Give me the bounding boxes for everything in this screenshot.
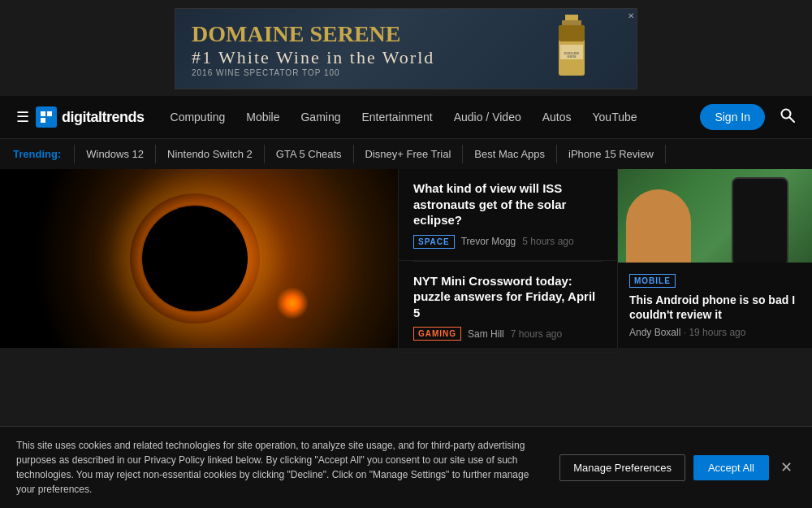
- trending-label: Trending:: [13, 148, 61, 160]
- ad-content[interactable]: DOMAINE SERENE #1 White Wine in the Worl…: [175, 8, 637, 89]
- right-article-image: [618, 169, 812, 263]
- nav-item-audio-video[interactable]: Audio / Video: [444, 104, 531, 130]
- corona-light: [276, 287, 309, 319]
- article-title-0: What kind of view will ISS astronauts ge…: [413, 180, 603, 228]
- article-tag-1: GAMING: [413, 327, 461, 341]
- nav-item-youtube[interactable]: YouTube: [583, 104, 647, 130]
- wine-bottle-image: DOMAINE SERENE: [547, 15, 596, 84]
- nav-item-autos[interactable]: Autos: [533, 104, 581, 130]
- ad-text: DOMAINE SERENE #1 White Wine in the Worl…: [192, 21, 434, 77]
- featured-image[interactable]: [0, 169, 398, 348]
- trending-disney-free-trial[interactable]: Disney+ Free Trial: [354, 145, 464, 163]
- right-article-meta: Andy Boxall · 19 hours ago: [629, 327, 801, 338]
- svg-rect-8: [47, 111, 52, 116]
- manage-preferences-button[interactable]: Manage Preferences: [559, 454, 685, 481]
- nav-item-gaming[interactable]: Gaming: [291, 104, 350, 130]
- trending-bar: Trending: Windows 12 Nintendo Switch 2 G…: [0, 138, 812, 169]
- article-item-1[interactable]: NYT Mini Crossword today: puzzle answers…: [399, 262, 617, 354]
- ad-sub: 2016 WINE SPECTATOR TOP 100: [192, 68, 434, 77]
- article-meta-0: SPACE Trevor Mogg 5 hours ago: [413, 235, 603, 249]
- accept-all-button[interactable]: Accept All: [693, 455, 769, 480]
- svg-rect-1: [562, 20, 581, 25]
- nav-links: Computing Mobile Gaming Entertainment Au…: [161, 104, 701, 130]
- cookie-description: This site uses cookies and related techn…: [16, 440, 529, 495]
- cookie-banner: This site uses cookies and related techn…: [0, 426, 812, 508]
- hand-shape: [626, 189, 691, 263]
- hamburger-menu-icon[interactable]: ☰: [10, 102, 36, 132]
- trending-links: Windows 12 Nintendo Switch 2 GTA 5 Cheat…: [74, 145, 666, 163]
- logo[interactable]: digitaltrends: [36, 106, 145, 128]
- right-panel: MOBILE This Android phone is so bad I co…: [617, 169, 812, 348]
- right-article-tag: MOBILE: [629, 274, 676, 288]
- main-content: What kind of view will ISS astronauts ge…: [0, 169, 812, 348]
- trending-windows-12[interactable]: Windows 12: [74, 145, 156, 163]
- phone-shape: [732, 177, 788, 263]
- search-icon[interactable]: [773, 104, 802, 131]
- ad-banner: DOMAINE SERENE #1 White Wine in the Worl…: [0, 0, 812, 96]
- articles-panel: What kind of view will ISS astronauts ge…: [398, 169, 617, 348]
- ad-close-icon[interactable]: ✕: [628, 11, 634, 20]
- trending-best-mac-apps[interactable]: Best Mac Apps: [463, 145, 557, 163]
- nav-item-computing[interactable]: Computing: [161, 104, 235, 130]
- svg-rect-3: [559, 25, 585, 41]
- svg-line-11: [790, 117, 795, 122]
- article-time-0: 5 hours ago: [522, 236, 573, 247]
- nav-item-entertainment[interactable]: Entertainment: [352, 104, 443, 130]
- logo-icon: [36, 106, 57, 128]
- right-article-author: Andy Boxall: [629, 327, 680, 338]
- navbar: ☰ digitaltrends Computing Mobile Gaming …: [0, 96, 812, 138]
- svg-text:SERENE: SERENE: [567, 55, 577, 59]
- article-tag-0: SPACE: [413, 235, 455, 249]
- svg-rect-7: [41, 111, 45, 116]
- ad-tagline: #1 White Wine in the World: [192, 47, 434, 68]
- trending-gta-5-cheats[interactable]: GTA 5 Cheats: [265, 145, 354, 163]
- nav-item-mobile[interactable]: Mobile: [236, 104, 289, 130]
- right-article-title: This Android phone is so bad I couldn't …: [629, 293, 801, 322]
- right-article-time: · 19 hours ago: [684, 327, 746, 338]
- article-author-0: Trevor Mogg: [461, 236, 516, 247]
- trending-iphone-15-review[interactable]: iPhone 15 Review: [557, 145, 666, 163]
- article-meta-1: GAMING Sam Hill 7 hours ago: [413, 327, 603, 341]
- nav-actions: Sign In: [700, 104, 802, 131]
- svg-rect-9: [41, 118, 45, 123]
- cookie-actions: Manage Preferences Accept All ✕: [559, 454, 796, 481]
- trending-nintendo-switch-2[interactable]: Nintendo Switch 2: [156, 145, 265, 163]
- right-article[interactable]: MOBILE This Android phone is so bad I co…: [618, 263, 812, 348]
- cookie-text: This site uses cookies and related techn…: [16, 438, 543, 497]
- article-author-1: Sam Hill: [468, 328, 504, 340]
- article-time-1: 7 hours ago: [511, 328, 562, 340]
- sign-in-button[interactable]: Sign In: [700, 104, 765, 130]
- cookie-close-icon[interactable]: ✕: [777, 458, 796, 476]
- ad-brand: DOMAINE SERENE: [192, 21, 434, 47]
- article-title-1: NYT Mini Crossword today: puzzle answers…: [413, 273, 603, 321]
- eclipse-glow: [130, 193, 260, 323]
- logo-text: digitaltrends: [62, 109, 145, 126]
- article-item-0[interactable]: What kind of view will ISS astronauts ge…: [399, 169, 617, 261]
